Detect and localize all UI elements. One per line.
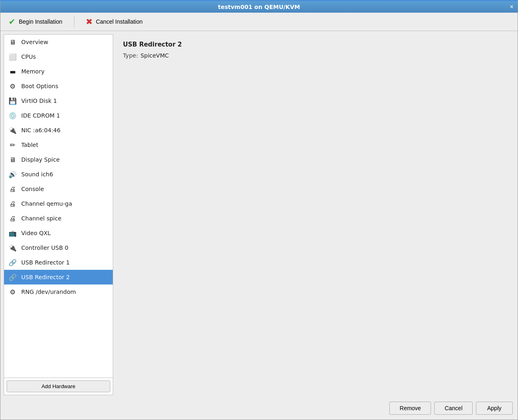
tablet-icon: ✏: [8, 140, 17, 149]
sidebar-item-label: VirtIO Disk 1: [21, 98, 57, 104]
sidebar-item-label: Boot Options: [21, 83, 58, 89]
memory-icon: ▬: [8, 67, 17, 76]
usb-ctrl-icon: 🔌: [8, 243, 17, 252]
cancel-installation-button[interactable]: ✖ Cancel Installation: [83, 15, 146, 28]
console-icon: 🖨: [8, 184, 17, 193]
rng-icon: ⚙: [8, 287, 17, 296]
sidebar-item-usb-redirector1[interactable]: 🔗USB Redirector 1: [4, 255, 113, 270]
detail-title: USB Redirector 2: [123, 41, 508, 48]
sidebar-item-label: Tablet: [21, 142, 38, 148]
sidebar-item-label: CPUs: [21, 53, 36, 60]
sidebar-item-channel-qemu-ga[interactable]: 🖨Channel qemu-ga: [4, 196, 113, 211]
detail-panel: USB Redirector 2 Type: SpiceVMC: [116, 34, 514, 395]
sidebar-item-tablet[interactable]: ✏Tablet: [4, 138, 113, 152]
sidebar: 🖥Overview⬜CPUs▬Memory⚙Boot Options💾VirtI…: [4, 34, 113, 395]
cancel-button[interactable]: Cancel: [434, 402, 473, 415]
cdrom-icon: 💿: [8, 111, 17, 120]
add-hardware-button[interactable]: Add Hardware: [7, 380, 110, 392]
sidebar-item-virtio-disk[interactable]: 💾VirtIO Disk 1: [4, 93, 113, 108]
sidebar-item-nic[interactable]: 🔌NIC :a6:04:46: [4, 123, 113, 138]
nic-icon: 🔌: [8, 126, 17, 135]
sidebar-item-label: IDE CDROM 1: [21, 112, 60, 119]
sidebar-item-label: Channel spice: [21, 215, 61, 222]
footer-buttons: Remove Cancel Apply: [0, 398, 518, 420]
sidebar-item-label: Display Spice: [21, 156, 60, 163]
sidebar-item-cpus[interactable]: ⬜CPUs: [4, 49, 113, 64]
sidebar-item-label: Controller USB 0: [21, 244, 68, 251]
detail-type-label: Type:: [123, 52, 138, 59]
sidebar-item-label: USB Redirector 2: [21, 274, 70, 280]
sidebar-item-video-qxl[interactable]: 📺Video QXL: [4, 226, 113, 240]
sidebar-item-label: Overview: [21, 39, 48, 45]
sidebar-item-display-spice[interactable]: 🖥Display Spice: [4, 152, 113, 167]
close-button[interactable]: ×: [510, 4, 514, 10]
display-icon: 🖥: [8, 155, 17, 164]
main-content: 🖥Overview⬜CPUs▬Memory⚙Boot Options💾VirtI…: [0, 31, 518, 398]
sidebar-item-memory[interactable]: ▬Memory: [4, 64, 113, 79]
sidebar-item-controller-usb0[interactable]: 🔌Controller USB 0: [4, 240, 113, 255]
titlebar: testvm001 on QEMU/KVM ×: [0, 1, 518, 13]
cpu-icon: ⬜: [8, 52, 17, 61]
detail-type-value: SpiceVMC: [141, 52, 169, 59]
sidebar-item-label: NIC :a6:04:46: [21, 127, 60, 133]
detail-field-type: Type: SpiceVMC: [123, 52, 508, 59]
cancel-installation-label: Cancel Installation: [96, 18, 143, 25]
channel-icon: 🖨: [8, 199, 17, 208]
sidebar-item-label: RNG /dev/urandom: [21, 289, 76, 295]
sidebar-item-label: USB Redirector 1: [21, 259, 70, 266]
remove-button[interactable]: Remove: [389, 402, 431, 415]
sidebar-item-label: Video QXL: [21, 230, 51, 236]
toolbar: ✔ Begin Installation ✖ Cancel Installati…: [0, 13, 518, 31]
begin-installation-label: Begin Installation: [19, 18, 63, 25]
window-title: testvm001 on QEMU/KVM: [218, 4, 300, 10]
sidebar-item-label: Sound ich6: [21, 171, 53, 178]
toolbar-separator: [74, 16, 74, 27]
sidebar-item-label: Channel qemu-ga: [21, 200, 72, 207]
sidebar-item-rng[interactable]: ⚙RNG /dev/urandom: [4, 284, 113, 299]
check-icon: ✔: [9, 17, 16, 27]
sidebar-item-console[interactable]: 🖨Console: [4, 182, 113, 196]
usb-icon: 🔗: [8, 273, 17, 282]
sidebar-item-sound-ich6[interactable]: 🔊Sound ich6: [4, 167, 113, 182]
begin-installation-button[interactable]: ✔ Begin Installation: [5, 15, 66, 28]
sound-icon: 🔊: [8, 170, 17, 179]
sidebar-item-usb-redirector2[interactable]: 🔗USB Redirector 2: [4, 270, 113, 284]
video-icon: 📺: [8, 229, 17, 238]
sidebar-item-channel-spice[interactable]: 🖨Channel spice: [4, 211, 113, 226]
sidebar-item-label: Console: [21, 186, 44, 192]
disk-icon: 💾: [8, 96, 17, 105]
boot-icon: ⚙: [8, 82, 17, 91]
channel-icon: 🖨: [8, 214, 17, 223]
sidebar-item-ide-cdrom[interactable]: 💿IDE CDROM 1: [4, 108, 113, 123]
sidebar-item-label: Memory: [21, 68, 45, 75]
overview-icon: 🖥: [8, 38, 17, 47]
apply-button[interactable]: Apply: [476, 402, 513, 415]
sidebar-footer: Add Hardware: [4, 378, 113, 395]
cancel-icon: ✖: [86, 17, 93, 27]
main-window: testvm001 on QEMU/KVM × ✔ Begin Installa…: [0, 0, 518, 420]
usb-icon: 🔗: [8, 258, 17, 267]
sidebar-list: 🖥Overview⬜CPUs▬Memory⚙Boot Options💾VirtI…: [4, 35, 113, 378]
sidebar-item-overview[interactable]: 🖥Overview: [4, 35, 113, 49]
sidebar-item-boot-options[interactable]: ⚙Boot Options: [4, 79, 113, 93]
